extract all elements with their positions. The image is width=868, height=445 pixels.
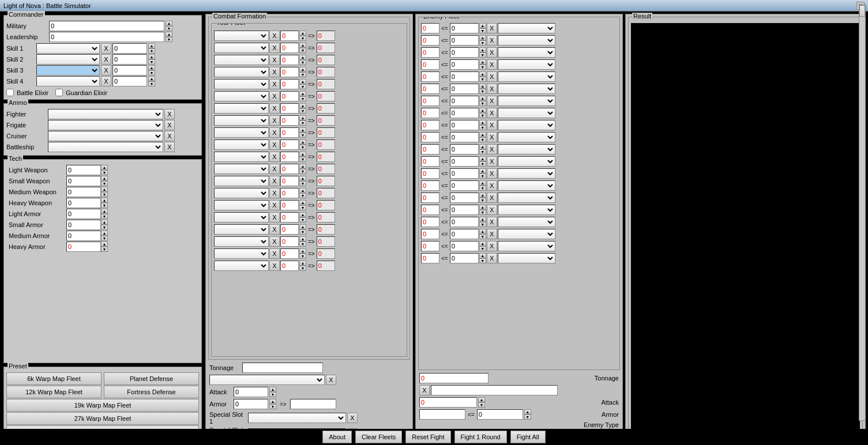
light-weapon-input[interactable] — [66, 165, 101, 175]
yf-select-13[interactable] — [214, 188, 269, 198]
yf-select-8[interactable] — [214, 127, 269, 138]
about-button[interactable]: About — [322, 431, 352, 443]
ef-num-14[interactable] — [421, 193, 439, 203]
skill1-select[interactable] — [36, 43, 100, 54]
yf-num-6[interactable] — [280, 103, 299, 114]
yf-spinner-9[interactable]: ▲ ▼ — [299, 139, 306, 150]
yf-clear-8[interactable]: X — [269, 127, 280, 138]
ef-clear-18[interactable]: X — [487, 241, 497, 251]
ef-clear-9[interactable]: X — [487, 132, 497, 142]
ef-spinner-4[interactable]: ▲ ▼ — [479, 71, 486, 82]
yf-result-14[interactable] — [317, 200, 335, 210]
hw-up[interactable]: ▲ — [101, 198, 108, 203]
ef-clear-16[interactable]: X — [487, 217, 497, 227]
ef-select-6[interactable] — [498, 96, 555, 106]
ef-select-0[interactable] — [498, 23, 555, 33]
enemy-armor-left[interactable] — [419, 409, 465, 420]
skill2-spinner[interactable]: ▲ ▼ — [148, 54, 155, 65]
ef-val-11[interactable] — [450, 156, 479, 167]
tonnage-select[interactable] — [209, 375, 325, 385]
fight-1round-button[interactable]: Fight 1 Round — [454, 431, 507, 443]
heavy-weapon-spinner[interactable]: ▲ ▼ — [101, 198, 108, 208]
yf-spinner-5[interactable]: ▲ ▼ — [299, 91, 306, 101]
ef-select-18[interactable] — [498, 241, 555, 251]
ef-clear-13[interactable]: X — [487, 180, 497, 191]
yf-select-1[interactable] — [214, 43, 269, 53]
ef-spinner-11[interactable]: ▲ ▼ — [479, 156, 486, 167]
cruiser-select[interactable] — [48, 131, 163, 141]
yf-num-14[interactable] — [280, 200, 299, 210]
ef-val-16[interactable] — [450, 217, 479, 227]
skill2-select[interactable] — [36, 54, 100, 65]
yf-result-2[interactable] — [317, 55, 335, 65]
yf-result-7[interactable] — [317, 115, 335, 126]
ef-num-13[interactable] — [421, 180, 439, 191]
yf-select-15[interactable] — [214, 212, 269, 223]
ef-spinner-17[interactable]: ▲ ▼ — [479, 229, 486, 239]
yf-num-18[interactable] — [280, 248, 299, 259]
ef-select-5[interactable] — [498, 84, 555, 94]
sa-down[interactable]: ▼ — [101, 225, 108, 230]
sa-up[interactable]: ▲ — [101, 220, 108, 225]
yf-select-5[interactable] — [214, 91, 269, 101]
reset-fight-button[interactable]: Reset Fight — [405, 431, 450, 443]
ef-spinner-16[interactable]: ▲ ▼ — [479, 217, 486, 227]
mw-down[interactable]: ▼ — [101, 192, 108, 197]
yf-result-11[interactable] — [317, 164, 335, 174]
yf-select-16[interactable] — [214, 224, 269, 235]
heavy-weapon-input[interactable] — [66, 198, 101, 208]
yf-clear-0[interactable]: X — [269, 31, 280, 41]
yf-result-15[interactable] — [317, 212, 335, 223]
yf-result-13[interactable] — [317, 188, 335, 198]
skill4-down[interactable]: ▼ — [148, 81, 155, 86]
ef-spinner-10[interactable]: ▲ ▼ — [479, 144, 486, 154]
yf-spinner-12[interactable]: ▲ ▼ — [299, 176, 306, 186]
enemy-armor-val[interactable] — [477, 409, 523, 420]
ef-spinner-12[interactable]: ▲ ▼ — [479, 168, 486, 179]
yf-select-18[interactable] — [214, 248, 269, 259]
ef-num-3[interactable] — [421, 59, 439, 70]
ef-spinner-1[interactable]: ▲ ▼ — [479, 35, 486, 46]
sw-down[interactable]: ▼ — [101, 181, 108, 186]
preset-planet[interactable]: Planet Defense — [104, 372, 199, 385]
ef-spinner-19[interactable]: ▲ ▼ — [479, 253, 486, 263]
hw-down[interactable]: ▼ — [101, 203, 108, 208]
yf-clear-1[interactable]: X — [269, 43, 280, 53]
ef-num-4[interactable] — [421, 71, 439, 82]
tonnage-clear[interactable]: X — [326, 375, 336, 385]
ef-clear-1[interactable]: X — [487, 35, 497, 46]
ef-num-16[interactable] — [421, 217, 439, 227]
military-up[interactable]: ▲ — [166, 21, 172, 26]
enemy-armor-spinner[interactable]: ▲ ▼ — [524, 409, 531, 420]
yf-clear-13[interactable]: X — [269, 188, 280, 198]
ef-num-12[interactable] — [421, 168, 439, 179]
ef-clear-8[interactable]: X — [487, 120, 497, 130]
ef-spinner-6[interactable]: ▲ ▼ — [479, 96, 486, 106]
yf-num-19[interactable] — [280, 261, 299, 271]
fight-all-button[interactable]: Fight All — [510, 431, 546, 443]
ef-num-0[interactable] — [421, 23, 439, 33]
ef-num-19[interactable] — [421, 253, 439, 263]
battleship-clear[interactable]: X — [164, 142, 175, 152]
clear-fleets-button[interactable]: Clear Fleets — [355, 431, 402, 443]
medium-weapon-input[interactable] — [66, 187, 101, 197]
skill3-clear[interactable]: X — [101, 65, 111, 76]
ef-val-17[interactable] — [450, 229, 479, 239]
ef-select-9[interactable] — [498, 132, 555, 142]
yf-num-7[interactable] — [280, 115, 299, 126]
yf-spinner-15[interactable]: ▲ ▼ — [299, 212, 306, 223]
yf-result-6[interactable] — [317, 103, 335, 114]
yf-select-12[interactable] — [214, 176, 269, 186]
battleship-select[interactable] — [48, 142, 163, 152]
ef-select-12[interactable] — [498, 168, 555, 179]
yf-num-5[interactable] — [280, 91, 299, 101]
ef-spinner-3[interactable]: ▲ ▼ — [479, 59, 486, 70]
ef-val-9[interactable] — [450, 132, 479, 142]
preset-6k[interactable]: 6k Warp Map Fleet — [6, 372, 102, 385]
ef-num-15[interactable] — [421, 205, 439, 215]
lw-up[interactable]: ▲ — [101, 165, 108, 170]
ef-clear-12[interactable]: X — [487, 168, 497, 179]
ef-val-4[interactable] — [450, 71, 479, 82]
yf-clear-3[interactable]: X — [269, 67, 280, 77]
ef-num-5[interactable] — [421, 84, 439, 94]
